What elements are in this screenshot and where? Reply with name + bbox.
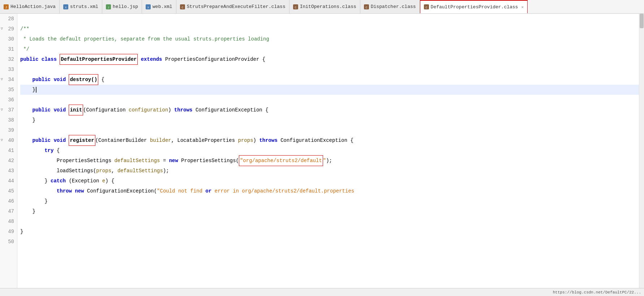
svg-text:J: J: [5, 5, 7, 9]
line-45: 45: [0, 186, 17, 196]
tab-init-operations[interactable]: C InitOperations.class: [289, 0, 360, 13]
line-36: 36: [0, 95, 17, 105]
tab-web-xml[interactable]: X web.xml: [142, 0, 176, 13]
line-35: 35: [0, 85, 17, 95]
code-line-49: }: [20, 227, 639, 237]
class-icon3: C: [364, 4, 369, 9]
init-boxed: init: [69, 105, 83, 115]
kw-or: or: [206, 186, 212, 196]
text-cursor: [36, 87, 37, 93]
code-line-46: }: [20, 196, 639, 206]
line-43: 43: [0, 166, 17, 176]
line-37: ▽ 37: [0, 105, 17, 115]
param-builder: builder: [150, 135, 171, 145]
editor-area: 28 ▽ 29 30 31 32 33 ▽ 34 35 36 ▽ 37 38 3…: [0, 14, 644, 288]
jsp-icon: J: [106, 4, 111, 9]
str-45b: error in org/apache/struts2/default.prop…: [211, 186, 354, 196]
class-icon2: C: [293, 4, 298, 9]
code-line-37: public void init(Configuration configura…: [20, 105, 639, 115]
svg-text:C: C: [181, 6, 183, 9]
code-line-50: [20, 237, 639, 247]
code-line-29: /**: [20, 24, 639, 34]
code-line-36: [20, 95, 639, 105]
code-line-30: * Loads the default properties, separate…: [20, 34, 639, 44]
line-44: 44: [0, 176, 17, 186]
class-icon4: C: [424, 4, 429, 9]
svg-text:C: C: [295, 6, 296, 9]
param-e: e: [102, 176, 105, 186]
tab-bar: J HelloAction.java X struts.xml J hello.…: [0, 0, 644, 14]
class-icon1: C: [180, 4, 185, 9]
destroy-boxed: destroy(): [69, 74, 98, 85]
str-45: "Could not find: [157, 186, 205, 196]
param-props: props: [238, 135, 253, 145]
svg-text:C: C: [425, 6, 427, 9]
code-line-44: } catch (Exception e) {: [20, 176, 639, 186]
code-line-48: [20, 216, 639, 227]
fold-icon-37[interactable]: ▽: [1, 105, 3, 115]
line-32: 32: [0, 54, 17, 64]
code-line-28: [20, 14, 639, 24]
kw-public-40: public: [33, 135, 54, 145]
tab-dispatcher[interactable]: C Dispatcher.class: [360, 0, 420, 13]
line-28: 28: [0, 14, 17, 24]
tab-close-button[interactable]: ✕: [521, 5, 524, 9]
xml-icon: X: [63, 4, 68, 9]
kw-void-34: void: [53, 75, 69, 85]
line-42: 42: [0, 156, 17, 166]
code-line-43: loadSettings(props, defaultSettings);: [20, 166, 639, 176]
tab-hello-jsp[interactable]: J hello.jsp: [102, 0, 142, 13]
tab-label: web.xml: [153, 4, 172, 9]
tab-struts-filter[interactable]: C StrutsPrepareAndExecuteFilter.class: [176, 0, 289, 13]
code-line-41: try {: [20, 145, 639, 156]
kw-public-37: public: [33, 105, 54, 115]
code-line-34: public void destroy() {: [20, 75, 639, 85]
register-boxed: register: [69, 135, 95, 146]
line-47: 47: [0, 206, 17, 216]
code-line-32: public class DefaultPropertiesProvider e…: [20, 54, 639, 64]
line-48: 48: [0, 216, 17, 227]
kw-void-40: void: [53, 135, 69, 145]
status-bar: https://blog.csdn.net/DefaultPC/22...: [0, 288, 644, 296]
code-content[interactable]: /** * Loads the default properties, sepa…: [17, 14, 639, 288]
comment-text-30: * Loads the default properties, separate…: [20, 34, 269, 44]
param-props-43: props: [96, 166, 111, 176]
line-38: 38: [0, 115, 17, 125]
code-line-39: [20, 125, 639, 135]
line-number-gutter: 28 ▽ 29 30 31 32 33 ▽ 34 35 36 ▽ 37 38 3…: [0, 14, 17, 288]
kw-try: try: [44, 145, 53, 156]
tab-struts-xml[interactable]: X struts.xml: [60, 0, 102, 13]
kw-new-42: new: [169, 156, 178, 166]
tab-label: hello.jsp: [113, 4, 138, 9]
fold-icon-40[interactable]: ▽: [1, 135, 3, 145]
line-50: 50: [0, 237, 17, 247]
tab-label: DefaultPropertiesProvider.class: [431, 4, 518, 10]
code-line-31: */: [20, 44, 639, 54]
scrollbar-thumb[interactable]: [640, 14, 644, 28]
var-defaultSettings-43: defaultSettings: [117, 166, 163, 176]
tab-label: Dispatcher.class: [371, 4, 416, 9]
tab-hello-action[interactable]: J HelloAction.java: [0, 0, 60, 13]
vertical-scrollbar[interactable]: [639, 14, 644, 288]
line-30: 30: [0, 34, 17, 44]
fold-icon-29[interactable]: ▽: [1, 24, 3, 34]
comment-open: /**: [20, 24, 29, 34]
extends-kw: extends PropertiesConfigurationProvider …: [138, 54, 265, 64]
comment-close: */: [20, 44, 29, 54]
tab-label: HelloAction.java: [10, 4, 56, 9]
kw-public-32: public: [20, 54, 42, 64]
xml-icon2: X: [146, 4, 151, 9]
fold-icon-34[interactable]: ▽: [1, 75, 3, 85]
code-line-38: }: [20, 115, 639, 125]
string-boxed: "org/apache/struts2/default: [239, 155, 323, 166]
var-defaultSettings: defaultSettings: [114, 156, 160, 166]
svg-text:C: C: [365, 6, 367, 9]
svg-text:J: J: [108, 6, 109, 9]
kw-throws-40: throws: [259, 135, 277, 145]
svg-text:X: X: [147, 6, 149, 9]
line-31: 31: [0, 44, 17, 54]
tab-default-props[interactable]: C DefaultPropertiesProvider.class ✕: [420, 0, 528, 13]
kw-throw: throw: [57, 186, 75, 196]
code-line-45: throw new ConfigurationException("Could …: [20, 186, 639, 196]
tab-label: InitOperations.class: [300, 4, 356, 9]
